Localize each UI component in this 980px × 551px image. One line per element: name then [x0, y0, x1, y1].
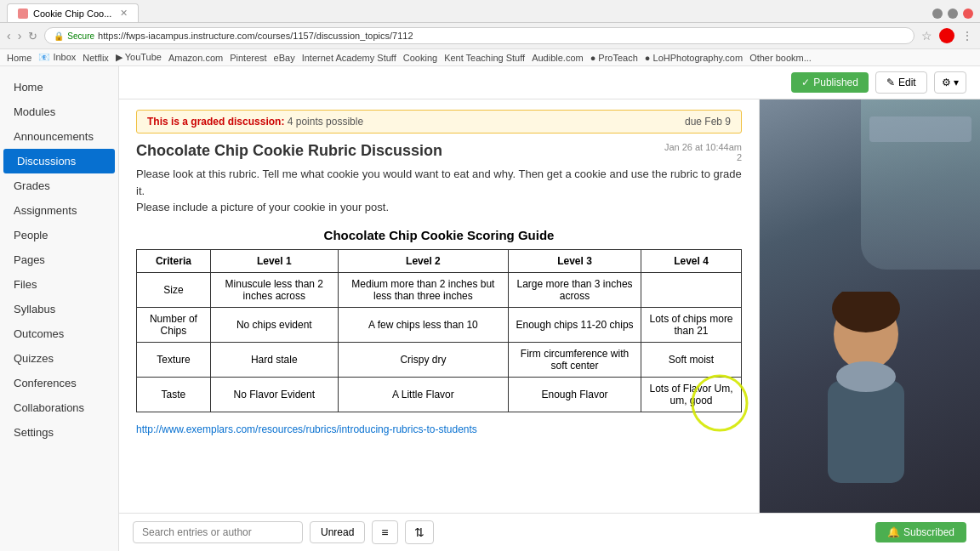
table-row-chips: Number of Chips No chips evident A few c… [137, 307, 742, 342]
sidebar-item-collaborations[interactable]: Collaborations [0, 395, 118, 420]
footer-link[interactable]: http://www.exemplars.com/resources/rubri… [136, 423, 477, 435]
graded-prefix: This is a graded discussion: [147, 116, 284, 128]
close-icon[interactable] [963, 9, 973, 19]
address-bar-row: ‹ › ↻ 🔒 Secure https://fwps-iacampus.ins… [0, 23, 980, 49]
subscribed-button[interactable]: 🔔 Subscribed [875, 522, 966, 542]
gear-button[interactable]: ⚙ ▾ [934, 71, 966, 94]
menu-icon[interactable]: ⋮ [961, 29, 973, 43]
sidebar-item-discussions[interactable]: Discussions [3, 149, 115, 173]
sidebar-item-home[interactable]: Home [0, 75, 118, 99]
bookmark-amazon[interactable]: Amazon.com [168, 53, 223, 63]
sidebar-item-grades[interactable]: Grades [0, 173, 118, 198]
sidebar-item-announcements[interactable]: Announcements [0, 124, 118, 149]
maximize-icon[interactable] [948, 9, 958, 19]
browser-tab-bar: Cookie Chip Coo... ✕ [0, 0, 980, 23]
active-tab[interactable]: Cookie Chip Coo... ✕ [7, 3, 139, 22]
forward-icon[interactable]: › [18, 29, 22, 43]
bookmark-audible[interactable]: Audible.com [532, 53, 584, 63]
cell-size-l3: Large more than 3 inches across [508, 272, 641, 307]
filter-button-1[interactable]: ≡ [372, 520, 397, 544]
bookmark-youtube[interactable]: ▶ YouTube [116, 52, 162, 63]
header-level3: Level 3 [508, 249, 641, 272]
content-and-video: This is a graded discussion: 4 points po… [119, 99, 980, 513]
search-input[interactable] [133, 521, 303, 543]
check-icon: ✓ [801, 77, 810, 88]
discussion-body: Please look at this rubric. Tell me what… [136, 166, 742, 216]
video-feed [760, 99, 980, 513]
refresh-icon[interactable]: ↻ [28, 30, 37, 43]
title-row: Chocolate Chip Cookie Rubric Discussion … [136, 142, 742, 162]
header-level2: Level 2 [338, 249, 508, 272]
svg-point-5 [836, 361, 896, 392]
filter-button-2[interactable]: ⇅ [405, 520, 434, 544]
sidebar-item-conferences[interactable]: Conferences [0, 371, 118, 395]
bookmark-netflix[interactable]: Netflix [83, 53, 109, 63]
sidebar-item-pages[interactable]: Pages [0, 247, 118, 272]
gear-icon: ⚙ [942, 77, 951, 88]
cell-chips-l1: No chips evident [210, 307, 338, 342]
sidebar-item-modules[interactable]: Modules [0, 99, 118, 124]
bookmark-pinterest[interactable]: Pinterest [230, 53, 266, 63]
cell-chips-l4: Lots of chips more than 21 [641, 307, 742, 342]
body-line1: Please look at this rubric. Tell me what… [136, 166, 742, 199]
bell-icon: 🔔 [887, 526, 900, 538]
edit-button[interactable]: ✎ Edit [875, 71, 927, 94]
tab-close-icon[interactable]: ✕ [120, 8, 128, 19]
url-bar[interactable]: 🔒 Secure https://fwps-iacampus.instructu… [44, 27, 914, 44]
cell-texture-l3: Firm circumference with soft center [508, 342, 641, 377]
person-silhouette [794, 292, 938, 513]
cell-chips-l3: Enough chips 11-20 chips [508, 307, 641, 342]
bookmark-ebay[interactable]: eBay [274, 53, 295, 63]
published-button[interactable]: ✓ Published [791, 72, 869, 93]
discussion-meta: Jan 26 at 10:44am 2 [664, 142, 742, 162]
cell-size-l4 [641, 272, 742, 307]
person-svg [794, 292, 938, 513]
cell-taste-l4: Lots of Flavor Um, um, good [641, 377, 742, 412]
bookmark-kent[interactable]: Kent Teaching Stuff [444, 53, 525, 63]
body-line2: Please include a picture of your cookie … [136, 199, 742, 216]
sidebar-item-outcomes[interactable]: Outcomes [0, 321, 118, 346]
lock-icon: 🔒 [54, 31, 64, 41]
cell-texture-criteria: Texture [137, 342, 211, 377]
table-title: Chocolate Chip Cookie Scoring Guide [136, 228, 742, 242]
bookmark-inbox[interactable]: 📧 Inbox [38, 52, 76, 63]
sidebar-item-files[interactable]: Files [0, 272, 118, 297]
cell-chips-criteria: Number of Chips [137, 307, 211, 342]
browser-actions [932, 9, 973, 22]
sidebar-item-assignments[interactable]: Assignments [0, 198, 118, 223]
video-panel [759, 99, 980, 513]
sidebar-item-syllabus[interactable]: Syllabus [0, 297, 118, 321]
shelf-decoration [869, 116, 971, 142]
discussion-date: Jan 26 at 10:44am [664, 142, 742, 152]
header-level4: Level 4 [641, 249, 742, 272]
sidebar-item-settings[interactable]: Settings [0, 420, 118, 445]
bookmarks-bar: Home 📧 Inbox Netflix ▶ YouTube Amazon.co… [0, 49, 980, 66]
tab-label: Cookie Chip Coo... [33, 9, 111, 19]
bookmark-proteach[interactable]: ● ProTeach [590, 53, 638, 63]
cell-size-l1: Minuscule less than 2 inches across [210, 272, 338, 307]
table-section: Chocolate Chip Cookie Scoring Guide Crit… [136, 228, 742, 412]
bookmark-cooking[interactable]: Cooking [403, 53, 437, 63]
back-icon[interactable]: ‹ [7, 29, 11, 43]
bookmark-loh[interactable]: ● LoHPhotography.com [645, 53, 743, 63]
bookmark-home[interactable]: Home [7, 53, 31, 63]
main-layout: Home Modules Announcements Discussions G… [0, 66, 980, 551]
svg-point-0 [692, 376, 747, 430]
scoring-table: Criteria Level 1 Level 2 Level 3 Level 4… [136, 249, 742, 412]
circle-highlight [690, 373, 749, 433]
action-bar: ✓ Published ✎ Edit ⚙ ▾ [119, 66, 980, 99]
star-icon[interactable]: ☆ [921, 29, 932, 43]
table-row-size: Size Minuscule less than 2 inches across… [137, 272, 742, 307]
bookmark-internet-academy[interactable]: Internet Academy Stuff [302, 53, 396, 63]
opera-icon[interactable] [939, 28, 954, 43]
graded-bar: This is a graded discussion: 4 points po… [136, 110, 742, 133]
minimize-icon[interactable] [932, 9, 943, 19]
header-level1: Level 1 [210, 249, 338, 272]
bookmark-other[interactable]: Other bookm... [749, 53, 812, 63]
sidebar-item-quizzes[interactable]: Quizzes [0, 346, 118, 371]
table-row-texture: Texture Hard stale Crispy dry Firm circu… [137, 342, 742, 377]
sidebar: Home Modules Announcements Discussions G… [0, 66, 119, 551]
sidebar-item-people[interactable]: People [0, 223, 118, 247]
cell-texture-l2: Crispy dry [338, 342, 508, 377]
unread-button[interactable]: Unread [310, 521, 365, 543]
